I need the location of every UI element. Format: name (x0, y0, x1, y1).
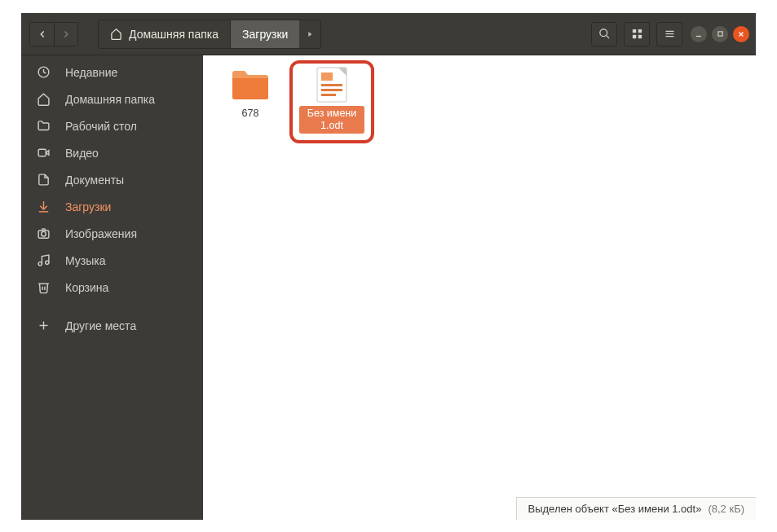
header-bar: Домашняя папка Загрузки (21, 13, 756, 55)
svg-rect-27 (321, 73, 333, 81)
plus-icon (37, 319, 51, 332)
document-icon (316, 66, 348, 103)
svg-point-21 (38, 262, 42, 266)
places-sidebar: Недавние Домашняя папка Рабочий стол Вид… (21, 55, 202, 520)
sidebar-item-desktop[interactable]: Рабочий стол (21, 112, 202, 139)
home-icon (110, 28, 122, 40)
sidebar-item-label: Другие места (65, 319, 136, 332)
folder-icon (231, 68, 270, 101)
sidebar-item-other-locations[interactable]: Другие места (21, 312, 202, 339)
sidebar-item-label: Недавние (65, 66, 117, 79)
svg-rect-11 (717, 32, 722, 36)
window-close-button[interactable] (733, 26, 749, 42)
svg-rect-15 (38, 149, 46, 156)
folder-icon (37, 119, 51, 133)
svg-rect-29 (321, 89, 342, 91)
sidebar-item-recent[interactable]: Недавние (21, 59, 202, 86)
folder-item[interactable]: 678 (218, 67, 283, 121)
sidebar-item-documents[interactable]: Документы (21, 166, 202, 193)
search-icon (598, 28, 611, 40)
minimize-icon (695, 30, 703, 38)
svg-marker-0 (309, 32, 312, 37)
close-icon (737, 30, 745, 38)
path-segment-home-label: Домашняя папка (129, 28, 219, 41)
triangle-right-icon (306, 30, 314, 38)
menu-icon (664, 28, 676, 40)
file-label: 678 (237, 106, 264, 121)
status-size: (8,2 кБ) (708, 503, 744, 515)
sidebar-item-home[interactable]: Домашняя папка (21, 86, 202, 112)
svg-rect-5 (632, 35, 635, 38)
window-controls (691, 26, 749, 42)
sidebar-item-label: Документы (65, 174, 124, 187)
clock-icon (37, 65, 51, 79)
window-maximize-button[interactable] (712, 26, 728, 42)
search-button[interactable] (591, 22, 617, 46)
sidebar-item-label: Изображения (65, 227, 137, 240)
status-text: Выделен объект «Без имени 1.odt» (528, 503, 702, 515)
hamburger-menu-button[interactable] (656, 22, 682, 46)
maximize-icon (717, 30, 724, 37)
doc-icon (37, 173, 51, 187)
svg-line-2 (606, 35, 609, 38)
nav-back-button[interactable] (29, 22, 54, 46)
path-segment-current[interactable]: Загрузки (231, 20, 299, 48)
path-bar: Домашняя папка Загрузки (98, 20, 321, 49)
window-minimize-button[interactable] (691, 26, 707, 42)
sidebar-item-pictures[interactable]: Изображения (21, 220, 202, 247)
grid-icon (631, 28, 643, 40)
svg-rect-3 (632, 29, 635, 33)
home-icon (37, 92, 51, 106)
sidebar-item-label: Музыка (65, 254, 106, 267)
svg-rect-28 (321, 84, 342, 86)
video-icon (37, 146, 51, 160)
trash-icon (37, 280, 51, 294)
path-segment-current-label: Загрузки (242, 28, 288, 41)
svg-point-20 (41, 231, 46, 236)
path-next-button[interactable] (299, 20, 320, 48)
file-view[interactable]: 678 Без имени 1.odt (202, 55, 756, 520)
status-bar: Выделен объект «Без имени 1.odt» (8,2 кБ… (516, 497, 756, 520)
svg-point-1 (599, 29, 607, 37)
chevron-right-icon (60, 29, 72, 40)
svg-rect-30 (321, 94, 336, 96)
svg-rect-6 (638, 35, 641, 38)
document-item[interactable]: Без имени 1.odt (299, 67, 364, 134)
icon-grid: 678 Без имени 1.odt (203, 55, 756, 145)
sidebar-item-downloads[interactable]: Загрузки (21, 193, 202, 220)
sidebar-item-videos[interactable]: Видео (21, 139, 202, 166)
svg-rect-4 (638, 29, 641, 33)
camera-icon (37, 226, 51, 240)
sidebar-item-music[interactable]: Музыка (21, 247, 202, 274)
music-icon (37, 253, 51, 267)
sidebar-item-label: Рабочий стол (65, 120, 137, 133)
nav-forward-button[interactable] (54, 22, 78, 46)
nav-buttons (29, 22, 78, 46)
file-label: Без имени 1.odt (299, 106, 364, 134)
sidebar-item-label: Видео (65, 147, 99, 160)
sidebar-item-label: Загрузки (65, 200, 111, 213)
sidebar-item-label: Корзина (65, 281, 108, 294)
sidebar-item-label: Домашняя папка (65, 93, 155, 106)
header-actions (591, 13, 749, 55)
chevron-left-icon (37, 29, 48, 40)
path-segment-home[interactable]: Домашняя папка (99, 20, 231, 48)
sidebar-item-trash[interactable]: Корзина (21, 274, 202, 301)
view-switcher-button[interactable] (624, 22, 650, 46)
svg-point-22 (45, 261, 48, 264)
download-icon (37, 200, 51, 213)
